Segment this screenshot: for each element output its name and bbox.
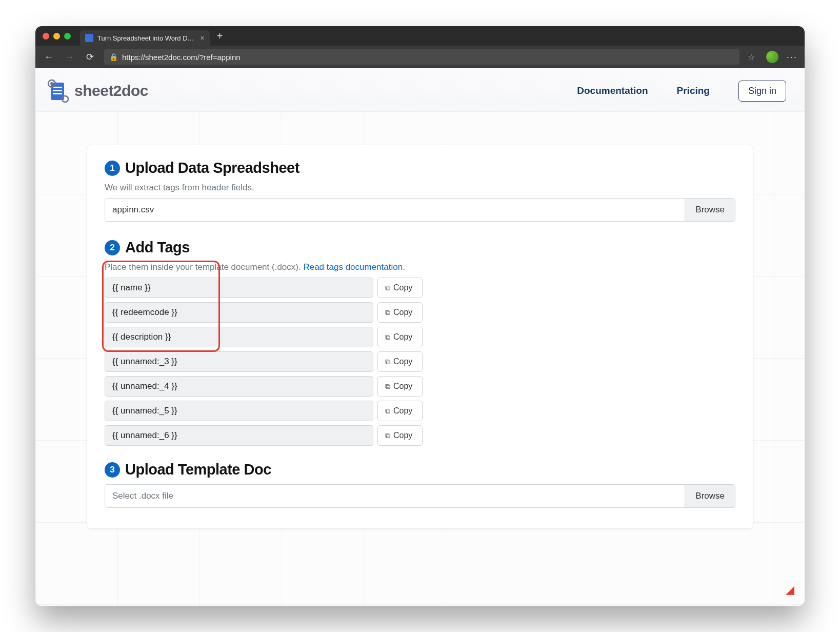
step2-subtext: Place them inside your template document… — [105, 262, 735, 272]
bookmark-icon[interactable]: ☆ — [748, 52, 755, 62]
signin-button[interactable]: Sign in — [738, 81, 786, 102]
step1-title: Upload Data Spreadsheet — [125, 160, 299, 176]
step1-badge: 1 — [105, 161, 120, 176]
copy-button[interactable]: ⧉Copy — [377, 425, 423, 446]
address-bar[interactable]: 🔒 https://sheet2doc.com/?ref=appinn — [104, 49, 739, 65]
copy-icon: ⧉ — [385, 431, 390, 440]
copy-icon: ⧉ — [385, 333, 390, 342]
titlebar: Turn Spreadsheet into Word D… × + — [35, 26, 805, 46]
tag-text[interactable]: {{ unnamed:_4 }} — [105, 376, 373, 397]
step3-title: Upload Template Doc — [125, 461, 271, 478]
tab-title: Turn Spreadsheet into Word D… — [97, 34, 194, 42]
window-controls — [43, 33, 71, 40]
new-tab-button[interactable]: + — [217, 30, 223, 42]
browser-tab[interactable]: Turn Spreadsheet into Word D… × — [80, 30, 210, 46]
svg-rect-3 — [53, 93, 62, 94]
close-tab-icon[interactable]: × — [201, 34, 205, 42]
page-content: sheet2doc Documentation Pricing Sign in … — [35, 68, 805, 606]
browse-spreadsheet-button[interactable]: Browse — [685, 199, 735, 221]
step2-badge: 2 — [105, 240, 120, 255]
copy-label: Copy — [393, 357, 412, 366]
copy-label: Copy — [393, 283, 412, 292]
copy-icon: ⧉ — [385, 308, 390, 317]
minimize-window-icon[interactable] — [53, 33, 60, 40]
tag-row: {{ redeemcode }}⧉Copy — [105, 302, 423, 323]
maximize-window-icon[interactable] — [64, 33, 71, 40]
spreadsheet-file-input[interactable]: appinn.csv Browse — [105, 198, 735, 222]
step2-sub-suffix: . — [403, 262, 405, 272]
tag-text[interactable]: {{ unnamed:_5 }} — [105, 401, 373, 421]
tag-text[interactable]: {{ name }} — [105, 278, 373, 298]
tag-text[interactable]: {{ unnamed:_6 }} — [105, 425, 373, 446]
browser-window: Turn Spreadsheet into Word D… × + ← → ⟳ … — [35, 26, 805, 606]
logo-icon — [45, 77, 71, 104]
step1-heading: 1 Upload Data Spreadsheet — [105, 160, 735, 176]
tag-text[interactable]: {{ unnamed:_3 }} — [105, 351, 373, 372]
copy-icon: ⧉ — [385, 358, 390, 366]
nav-documentation[interactable]: Documentation — [577, 85, 648, 96]
step3-heading: 3 Upload Template Doc — [105, 461, 735, 478]
svg-rect-2 — [53, 90, 62, 91]
logo[interactable]: sheet2doc — [45, 77, 148, 104]
nav-pricing[interactable]: Pricing — [677, 85, 710, 96]
step2-sub-prefix: Place them inside your template document… — [105, 262, 303, 272]
template-placeholder: Select .docx file — [105, 485, 685, 507]
main-card: 1 Upload Data Spreadsheet We will extrac… — [87, 145, 753, 529]
step1-subtext: We will extract tags from header fields. — [105, 183, 735, 193]
copy-button[interactable]: ⧉Copy — [377, 278, 423, 298]
close-window-icon[interactable] — [43, 33, 49, 40]
tag-row: {{ description }}⧉Copy — [105, 327, 423, 347]
step2-heading: 2 Add Tags — [105, 239, 735, 256]
copy-label: Copy — [393, 308, 412, 317]
step2-title: Add Tags — [125, 239, 190, 256]
site-header: sheet2doc Documentation Pricing Sign in — [35, 68, 805, 112]
more-menu-icon[interactable]: ··· — [787, 52, 797, 63]
tag-row: {{ unnamed:_3 }}⧉Copy — [105, 351, 423, 372]
copy-label: Copy — [393, 382, 412, 391]
copy-label: Copy — [393, 332, 412, 342]
copy-button[interactable]: ⧉Copy — [377, 376, 423, 397]
copy-label: Copy — [393, 431, 412, 440]
lock-icon: 🔒 — [109, 53, 118, 61]
reload-button[interactable]: ⟳ — [84, 51, 96, 63]
tag-text[interactable]: {{ description }} — [105, 327, 373, 347]
copy-icon: ⧉ — [385, 407, 390, 416]
favicon-icon — [85, 34, 93, 42]
grid-background: 1 Upload Data Spreadsheet We will extrac… — [35, 112, 805, 606]
copy-label: Copy — [393, 406, 412, 416]
tag-row: {{ unnamed:_6 }}⧉Copy — [105, 425, 423, 446]
corner-marker-icon: ◢ — [786, 583, 794, 597]
spreadsheet-filename: appinn.csv — [105, 199, 685, 221]
toolbar: ← → ⟳ 🔒 https://sheet2doc.com/?ref=appin… — [35, 46, 805, 68]
tags-doc-link[interactable]: Read tags documentation — [303, 262, 403, 272]
template-file-input[interactable]: Select .docx file Browse — [105, 484, 735, 508]
copy-button[interactable]: ⧉Copy — [377, 351, 423, 372]
url-text: https://sheet2doc.com/?ref=appinn — [122, 53, 241, 62]
forward-button[interactable]: → — [63, 52, 75, 63]
tag-row: {{ unnamed:_5 }}⧉Copy — [105, 401, 423, 421]
svg-point-5 — [50, 82, 53, 85]
tags-list: {{ name }}⧉Copy{{ redeemcode }}⧉Copy{{ d… — [105, 278, 735, 446]
browse-template-button[interactable]: Browse — [685, 485, 735, 507]
copy-icon: ⧉ — [385, 382, 390, 391]
copy-button[interactable]: ⧉Copy — [377, 401, 423, 421]
tag-row: {{ unnamed:_4 }}⧉Copy — [105, 376, 423, 397]
tag-text[interactable]: {{ redeemcode }} — [105, 302, 373, 323]
brand-text: sheet2doc — [74, 82, 148, 100]
copy-icon: ⧉ — [385, 284, 390, 292]
copy-button[interactable]: ⧉Copy — [377, 327, 423, 347]
copy-button[interactable]: ⧉Copy — [377, 302, 423, 323]
back-button[interactable]: ← — [43, 52, 55, 63]
step3-badge: 3 — [105, 462, 120, 478]
tag-row: {{ name }}⧉Copy — [105, 278, 423, 298]
extension-icon[interactable] — [766, 51, 778, 63]
